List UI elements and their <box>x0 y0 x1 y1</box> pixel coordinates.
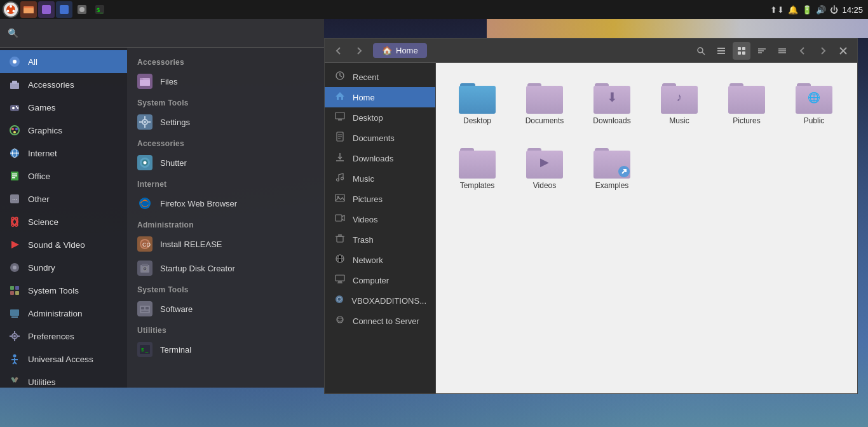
app-files[interactable]: Files <box>127 69 324 93</box>
volume-icon[interactable]: 🔊 <box>816 5 826 15</box>
fm-vboxadditions[interactable]: VBOXADDITIONS... <box>325 290 435 311</box>
category-sound-video-label: Sound & Video <box>28 240 85 250</box>
taskbar-app-terminal[interactable]: $_ <box>92 1 108 18</box>
app-firefox[interactable]: Firefox Web Browser <box>127 191 324 215</box>
shutter-app-label: Shutter <box>160 158 187 168</box>
software-label: Software <box>160 304 193 314</box>
category-system-tools[interactable]: System Tools <box>0 279 127 302</box>
svg-rect-15 <box>12 81 17 84</box>
app-settings[interactable]: Settings <box>127 110 324 134</box>
fm-list-view-button[interactable] <box>712 42 730 60</box>
svg-point-63 <box>144 121 146 123</box>
files-app-icon <box>137 74 153 89</box>
folder-templates[interactable]: Templates <box>449 140 506 195</box>
fm-prev-button[interactable] <box>794 42 811 60</box>
fm-forward-button[interactable] <box>350 42 368 60</box>
category-universal-access-label: Universal Access <box>28 355 93 364</box>
category-other[interactable]: ··· Other <box>0 187 127 210</box>
fm-next-button[interactable] <box>814 42 832 60</box>
category-universal-access[interactable]: Universal Access <box>0 348 127 370</box>
svg-rect-40 <box>10 286 14 290</box>
taskbar-app-4[interactable] <box>74 1 90 18</box>
fm-sort-button[interactable] <box>753 42 771 60</box>
folder-desktop[interactable]: Desktop <box>449 76 506 130</box>
fm-trash[interactable]: Trash <box>325 229 435 250</box>
fm-close-button[interactable] <box>834 42 852 60</box>
fm-network[interactable]: Network <box>325 250 435 270</box>
category-internet[interactable]: Internet <box>0 142 127 165</box>
category-games[interactable]: Games <box>0 96 127 119</box>
internet-icon <box>8 146 22 160</box>
fm-documents[interactable]: Documents <box>325 128 435 148</box>
folder-documents[interactable]: Documents <box>516 76 573 130</box>
taskbar-app-2[interactable] <box>38 1 55 18</box>
svg-rect-79 <box>140 306 150 313</box>
category-graphics[interactable]: Graphics <box>0 119 127 142</box>
fm-music[interactable]: Music <box>325 168 435 189</box>
battery-icon[interactable]: 🔋 <box>802 5 812 15</box>
fm-menu-button[interactable] <box>773 42 791 60</box>
category-administration[interactable]: Administration <box>0 302 127 325</box>
folder-music[interactable]: ♪ Music <box>651 76 708 130</box>
category-utilities[interactable]: Utilities <box>0 370 127 388</box>
fm-toolbar: 🏠 Home <box>325 39 857 63</box>
ubuntu-menu-button[interactable] <box>3 1 19 18</box>
fm-grid-view-button[interactable] <box>733 42 750 60</box>
svg-rect-92 <box>738 51 741 55</box>
app-install-release[interactable]: CD Install RELEASE <box>127 232 324 256</box>
examples-folder-label: Examples <box>595 181 629 190</box>
pictures-folder-icon <box>728 81 766 114</box>
svg-point-70 <box>144 161 147 165</box>
fm-downloads[interactable]: Downloads <box>325 148 435 168</box>
fm-back-button[interactable] <box>330 42 348 60</box>
vbox-icon <box>334 294 345 307</box>
category-science[interactable]: Science <box>0 210 127 233</box>
fm-computer[interactable]: Computer <box>325 270 435 290</box>
power-icon[interactable]: ⏻ <box>830 5 838 15</box>
folder-examples[interactable]: Examples <box>583 140 641 195</box>
svg-rect-105 <box>338 119 342 121</box>
fm-connect-server[interactable]: Connect to Server <box>325 311 435 331</box>
fm-desktop[interactable]: Desktop <box>325 107 435 128</box>
bell-icon[interactable]: 🔔 <box>788 5 798 15</box>
fm-home[interactable]: Home <box>325 87 435 107</box>
app-shutter[interactable]: Shutter <box>127 151 324 175</box>
category-accessories[interactable]: Accessories <box>0 73 127 96</box>
taskbar-app-thunar[interactable] <box>20 1 37 18</box>
fm-search-button[interactable] <box>692 42 710 60</box>
app-startup-disk[interactable]: Startup Disk Creator <box>127 256 324 280</box>
app-software[interactable]: Software <box>127 297 324 321</box>
category-all[interactable]: All <box>0 50 127 73</box>
category-preferences[interactable]: Preferences <box>0 325 127 348</box>
startup-disk-app-icon <box>137 261 153 276</box>
network-icon[interactable]: ⬆⬇ <box>770 5 784 15</box>
svg-rect-6 <box>42 5 51 14</box>
graphics-icon <box>8 123 22 137</box>
category-sundry[interactable]: Sundry <box>0 256 127 279</box>
folder-public[interactable]: 🌐 Public <box>785 76 843 130</box>
fm-network-label: Network <box>353 255 383 265</box>
videos-icon <box>334 213 346 226</box>
taskbar-app-3[interactable] <box>56 1 72 18</box>
folder-downloads[interactable]: ⬇ Downloads <box>583 76 641 130</box>
svg-point-126 <box>337 316 343 323</box>
fm-recent[interactable]: Recent <box>325 67 435 87</box>
taskbar-system-tray: ⬆⬇ 🔔 🔋 🔊 ⏻ 14:25 <box>770 5 868 15</box>
fm-location-bar[interactable]: 🏠 Home <box>373 43 427 58</box>
category-graphics-label: Graphics <box>28 126 62 135</box>
science-icon <box>8 215 22 229</box>
fm-pictures-label: Pictures <box>353 194 383 204</box>
folder-pictures[interactable]: Pictures <box>718 76 775 130</box>
fm-pictures[interactable]: Pictures <box>325 189 435 209</box>
fm-videos[interactable]: Videos <box>325 209 435 229</box>
app-terminal[interactable]: $ _ Terminal <box>127 337 324 362</box>
search-input[interactable] <box>24 28 316 38</box>
folder-videos[interactable]: ▶ Videos <box>516 140 573 195</box>
svg-rect-65 <box>144 125 146 128</box>
svg-point-13 <box>13 60 17 64</box>
svg-rect-60 <box>140 80 150 86</box>
fm-downloads-label: Downloads <box>353 154 393 163</box>
examples-folder-icon <box>593 146 631 179</box>
category-sound-video[interactable]: Sound & Video <box>0 233 127 256</box>
category-office[interactable]: Office <box>0 165 127 187</box>
